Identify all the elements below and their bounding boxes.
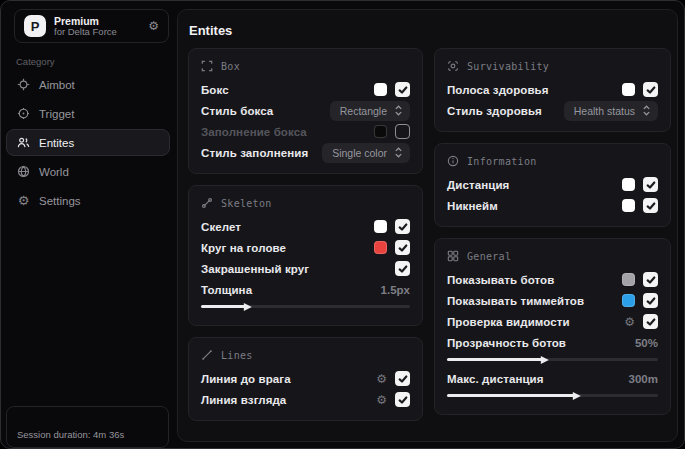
session-duration-label: Session duration: 4m 36s	[17, 429, 124, 440]
gear-icon[interactable]: ⚙	[376, 394, 387, 406]
info-icon	[447, 155, 459, 167]
slider-thumb[interactable]	[541, 356, 549, 364]
setting-row: Круг на голове	[201, 237, 410, 258]
setting-label: Толщина	[201, 284, 252, 296]
setting-label: Полоса здоровья	[447, 84, 549, 96]
card-survivability: Survivability Полоса здоровья Стиль здор…	[434, 48, 671, 132]
sidebar-nav: Aimbot Trigget Entites	[6, 71, 170, 214]
sidebar-item-label: Settings	[39, 195, 81, 207]
gear-icon[interactable]: ⚙	[376, 373, 387, 385]
sidebar-item-world[interactable]: World	[6, 158, 170, 185]
color-swatch[interactable]	[374, 125, 387, 138]
checkbox[interactable]	[395, 261, 410, 276]
setting-label: Макс. дистанция	[447, 373, 544, 385]
card-general: General Показывать ботов Показывать тимм…	[434, 238, 671, 415]
setting-row: Бокс	[201, 79, 410, 100]
sidebar-item-entites[interactable]: Entites	[6, 129, 170, 156]
checkbox[interactable]	[395, 219, 410, 234]
card-title: Skeleton	[221, 198, 272, 209]
bot-opacity-slider[interactable]	[447, 358, 658, 361]
setting-row: Закрашенный круг	[201, 258, 410, 279]
unfold-icon	[642, 105, 651, 116]
slider-thumb[interactable]	[244, 303, 252, 311]
right-column: Survivability Полоса здоровья Стиль здор…	[434, 48, 671, 415]
max-distance-slider[interactable]	[447, 394, 658, 397]
box-style-dropdown[interactable]: Rectangle	[330, 101, 410, 121]
sidebar-item-label: Entites	[39, 137, 74, 149]
survivability-icon	[447, 60, 459, 72]
setting-row: Прозрачность ботов 50%	[447, 332, 658, 353]
slider-value: 1.5px	[381, 284, 410, 296]
setting-row: Линия до врага ⚙	[201, 368, 410, 389]
brand-card: P Premium for Delta Force ⚙	[14, 9, 169, 43]
setting-row: Стиль заполнения Single color	[201, 142, 410, 163]
checkbox[interactable]	[643, 177, 658, 192]
checkbox[interactable]	[395, 392, 410, 407]
checkbox[interactable]	[643, 272, 658, 287]
sidebar-item-label: World	[39, 166, 69, 178]
sidebar-item-settings[interactable]: ⚙ Settings	[6, 187, 170, 214]
color-swatch[interactable]	[374, 241, 387, 254]
box-select-icon	[201, 60, 213, 72]
slider-thumb[interactable]	[573, 392, 581, 400]
checkbox[interactable]	[643, 82, 658, 97]
setting-row: Линия взгляда ⚙	[201, 389, 410, 410]
setting-label: Стиль здоровья	[447, 105, 542, 117]
color-swatch[interactable]	[622, 294, 635, 307]
color-swatch[interactable]	[374, 220, 387, 233]
card-title: Information	[467, 156, 537, 167]
app-logo: P	[24, 15, 46, 37]
setting-row: Проверка видимости ⚙	[447, 311, 658, 332]
setting-row: Полоса здоровья	[447, 79, 658, 100]
setting-label: Показывать ботов	[447, 274, 554, 286]
slider-value: 50%	[635, 337, 658, 349]
setting-row: Толщина 1.5px	[201, 279, 410, 300]
checkbox[interactable]	[395, 371, 410, 386]
gear-icon[interactable]: ⚙	[148, 19, 159, 33]
brand-subtitle: for Delta Force	[54, 27, 140, 38]
slider-value: 300m	[629, 373, 658, 385]
setting-label: Никнейм	[447, 200, 498, 212]
setting-label: Дистанция	[447, 179, 509, 191]
setting-label: Закрашенный круг	[201, 263, 309, 275]
unfold-icon	[394, 105, 403, 116]
fill-style-dropdown[interactable]: Single color	[322, 143, 410, 163]
checkbox[interactable]	[643, 198, 658, 213]
card-lines: Lines Линия до врага ⚙ Линия взгляда ⚙	[188, 337, 423, 421]
sidebar-item-trigget[interactable]: Trigget	[6, 100, 170, 127]
setting-label: Линия до врага	[201, 373, 291, 385]
color-swatch[interactable]	[622, 199, 635, 212]
setting-label: Бокс	[201, 84, 229, 96]
category-label: Category	[16, 56, 55, 67]
entities-icon	[17, 136, 30, 149]
setting-label: Стиль заполнения	[201, 147, 308, 159]
left-column: Box Бокс Стиль бокса Rectangle	[188, 48, 423, 421]
main-panel: Entites Box Бокс	[177, 9, 678, 442]
gear-icon[interactable]: ⚙	[624, 316, 635, 328]
page-title: Entites	[189, 23, 232, 38]
checkbox[interactable]	[395, 240, 410, 255]
setting-row: Показывать тиммейтов	[447, 290, 658, 311]
sidebar-item-label: Trigget	[39, 108, 74, 120]
gear-icon: ⚙	[17, 193, 30, 208]
checkbox[interactable]	[643, 314, 658, 329]
sidebar-item-aimbot[interactable]: Aimbot	[6, 71, 170, 98]
color-swatch[interactable]	[622, 83, 635, 96]
brand-title: Premium	[54, 15, 140, 27]
color-swatch[interactable]	[622, 178, 635, 191]
setting-row: Показывать ботов	[447, 269, 658, 290]
setting-row: Никнейм	[447, 195, 658, 216]
setting-row: Стиль здоровья Health status	[447, 100, 658, 121]
unfold-icon	[394, 147, 403, 158]
setting-label: Линия взгляда	[201, 394, 286, 406]
health-style-dropdown[interactable]: Health status	[564, 101, 658, 121]
checkbox[interactable]	[395, 82, 410, 97]
app-window: P Premium for Delta Force ⚙ Category Aim…	[0, 0, 685, 449]
card-information: Information Дистанция Никнейм	[434, 143, 671, 227]
thickness-slider[interactable]	[201, 305, 410, 308]
color-swatch[interactable]	[622, 273, 635, 286]
color-swatch[interactable]	[374, 83, 387, 96]
checkbox[interactable]	[643, 293, 658, 308]
setting-label: Скелет	[201, 221, 241, 233]
checkbox[interactable]	[395, 124, 410, 139]
